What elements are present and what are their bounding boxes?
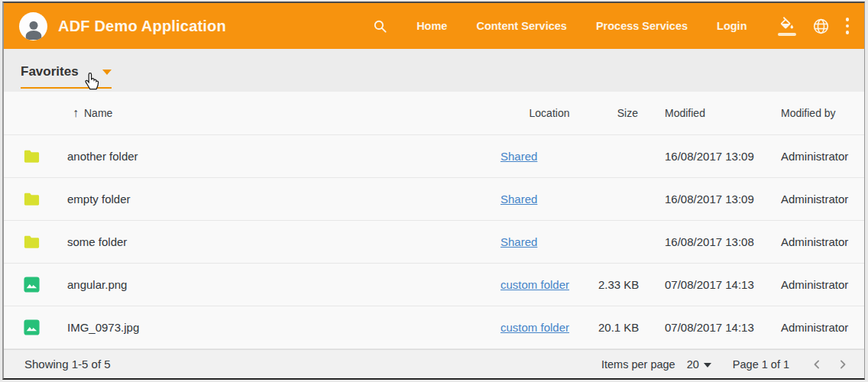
modified-date: 07/08/2017 14:13 [646, 278, 771, 291]
modified-by: Administrator [771, 278, 857, 291]
file-size: 2.33 KB [598, 278, 646, 291]
items-per-page-label: Items per page [601, 358, 675, 371]
column-header-modified-by[interactable]: Modified by [771, 107, 857, 119]
modified-date: 16/08/2017 13:09 [646, 193, 771, 206]
location-link[interactable]: Shared [500, 235, 537, 248]
folder-icon [23, 147, 40, 165]
screenshot-frame: ADF Demo Application Home Content Servic… [0, 0, 868, 382]
file-type-icon-cell [4, 319, 47, 336]
modified-date: 16/08/2017 13:08 [646, 235, 771, 248]
table-header-row: ↑ Name Location Size Modified Modified b… [4, 92, 864, 135]
caret-down-icon [102, 70, 112, 75]
nav-item-process-services[interactable]: Process Services [596, 20, 688, 32]
items-per-page-select[interactable]: 20 [687, 358, 711, 371]
file-type-icon-cell [4, 276, 47, 293]
file-name: empty folder [47, 193, 500, 206]
files-table: ↑ Name Location Size Modified Modified b… [4, 92, 864, 349]
column-header-name-label: Name [84, 107, 112, 119]
modified-date: 16/08/2017 13:09 [646, 150, 771, 163]
toolbar: Favorites [4, 49, 864, 92]
file-type-icon-cell [4, 233, 47, 251]
table-row[interactable]: IMG_0973.jpg custom folder 20.1 KB 07/08… [4, 306, 864, 349]
nav-item-content-services[interactable]: Content Services [476, 20, 566, 32]
file-name: angular.png [47, 278, 500, 291]
caret-down-icon [704, 363, 711, 367]
showing-count: Showing 1-5 of 5 [24, 358, 111, 371]
modified-by: Administrator [771, 150, 857, 163]
location-cell: custom folder [500, 278, 598, 291]
search-icon[interactable] [373, 19, 387, 34]
modified-by: Administrator [771, 193, 857, 206]
header-action-icons [778, 17, 850, 36]
chevron-left-icon [809, 357, 824, 372]
location-link[interactable]: custom folder [500, 278, 569, 291]
file-size: 20.1 KB [598, 321, 646, 334]
header-nav: Home Content Services Process Services L… [373, 17, 849, 36]
location-cell: Shared [500, 235, 598, 248]
location-cell: Shared [500, 193, 598, 206]
app-window: ADF Demo Application Home Content Servic… [2, 2, 865, 380]
page-indicator: Page 1 of 1 [733, 358, 789, 371]
table-row[interactable]: empty folder Shared 16/08/2017 13:09 Adm… [4, 178, 864, 221]
next-page-button[interactable] [835, 357, 850, 372]
column-header-location[interactable]: Location [500, 107, 598, 119]
app-header: ADF Demo Application Home Content Servic… [4, 3, 864, 49]
image-file-icon [23, 276, 40, 293]
favorites-label: Favorites [21, 64, 79, 79]
file-name: IMG_0973.jpg [47, 321, 500, 334]
arrow-up-icon: ↑ [73, 106, 79, 120]
user-avatar-icon[interactable] [19, 12, 47, 40]
chevron-right-icon [835, 357, 850, 372]
person-icon [22, 18, 45, 40]
table-body: another folder Shared 16/08/2017 13:09 A… [4, 135, 864, 349]
folder-icon [23, 233, 40, 251]
file-type-icon-cell [4, 147, 47, 165]
table-row[interactable]: angular.png custom folder 2.33 KB 07/08/… [4, 264, 864, 306]
column-header-name[interactable]: ↑ Name [47, 106, 500, 120]
modified-by: Administrator [771, 235, 857, 248]
color-fill-icon[interactable] [778, 17, 796, 36]
location-link[interactable]: Shared [500, 150, 537, 163]
more-vert-icon[interactable] [846, 18, 850, 34]
color-fill-underline [778, 33, 796, 36]
image-file-icon [23, 319, 40, 336]
table-row[interactable]: another folder Shared 16/08/2017 13:09 A… [4, 135, 864, 178]
column-header-size[interactable]: Size [598, 107, 646, 119]
file-type-icon-cell [4, 190, 47, 208]
favorites-dropdown[interactable]: Favorites [21, 64, 112, 89]
pagination-controls: Items per page 20 Page 1 of 1 [601, 357, 850, 372]
file-name: another folder [47, 150, 500, 163]
folder-icon [23, 190, 40, 208]
modified-by: Administrator [771, 321, 857, 334]
modified-date: 07/08/2017 14:13 [646, 321, 771, 334]
location-cell: Shared [500, 150, 598, 163]
file-name: some folder [47, 235, 500, 248]
nav-item-login[interactable]: Login [717, 20, 747, 32]
table-row[interactable]: some folder Shared 16/08/2017 13:08 Admi… [4, 221, 864, 264]
previous-page-button[interactable] [809, 357, 824, 372]
column-header-modified[interactable]: Modified [646, 107, 771, 119]
location-link[interactable]: Shared [500, 193, 537, 206]
language-globe-icon[interactable] [812, 18, 830, 35]
location-cell: custom folder [500, 321, 598, 334]
items-per-page-value: 20 [687, 358, 699, 371]
pager-buttons [809, 357, 850, 372]
pagination-footer: Showing 1-5 of 5 Items per page 20 Page … [4, 349, 864, 378]
app-title: ADF Demo Application [58, 18, 226, 35]
location-link[interactable]: custom folder [500, 321, 569, 334]
nav-item-home[interactable]: Home [416, 20, 447, 32]
